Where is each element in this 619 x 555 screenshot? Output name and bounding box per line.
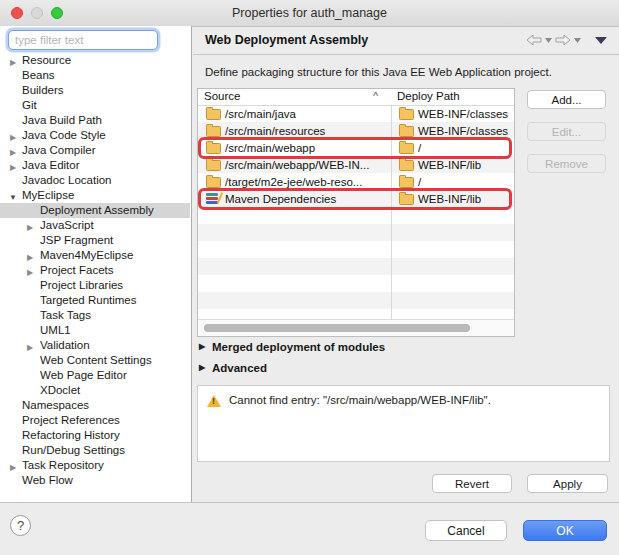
tree-item[interactable]: Web Flow xyxy=(0,473,190,488)
tree-item[interactable]: Maven4MyEclipse xyxy=(0,248,190,263)
table-row[interactable]: /src/main/webapp/WEB-IN... WEB-INF/lib xyxy=(198,156,514,173)
tree-item[interactable]: Git xyxy=(0,98,190,113)
expand-arrow-icon[interactable] xyxy=(9,188,21,203)
collapsed-arrow-icon[interactable]: ▶ xyxy=(199,363,205,372)
deploy-cell: WEB-INF/classes xyxy=(391,122,514,139)
tree-item[interactable]: Beans xyxy=(0,68,190,83)
tree-item[interactable]: Project Libraries xyxy=(0,278,190,293)
tree-item[interactable]: Resource xyxy=(0,53,190,68)
tree-item[interactable]: Task Repository xyxy=(0,458,190,473)
source-path: /src/main/webapp xyxy=(225,142,315,154)
page-description: Define packaging structure for this Java… xyxy=(205,66,552,78)
scrollbar-thumb[interactable] xyxy=(204,324,470,332)
tree-item-label: Task Tags xyxy=(40,309,91,321)
ok-button[interactable]: OK xyxy=(523,520,607,541)
expand-arrow-icon[interactable] xyxy=(9,53,21,68)
tree-item[interactable]: Javadoc Location xyxy=(0,173,190,188)
tree-item[interactable]: Namespaces xyxy=(0,398,190,413)
section-merged-deployment[interactable]: ▶ Merged deployment of modules xyxy=(199,341,385,353)
window-title: Properties for auth_manage xyxy=(0,0,619,26)
tree-item[interactable]: Java Build Path xyxy=(0,113,190,128)
table-row[interactable]: /src/main/java WEB-INF/classes xyxy=(198,105,514,122)
deploy-cell: WEB-INF/classes xyxy=(391,105,514,122)
tree-item[interactable]: Java Compiler xyxy=(0,143,190,158)
expand-arrow-icon[interactable] xyxy=(26,338,38,353)
tree-item-label: Java Build Path xyxy=(22,114,102,126)
tree-item[interactable]: Validation xyxy=(0,338,190,353)
tree-item[interactable]: Web Page Editor xyxy=(0,368,190,383)
back-arrow-icon[interactable] xyxy=(526,34,542,46)
tree-item[interactable]: Deployment Assembly xyxy=(0,203,190,218)
section-label: Merged deployment of modules xyxy=(212,341,385,353)
table-row[interactable]: /src/main/resources WEB-INF/classes xyxy=(198,122,514,139)
source-cell: /src/main/resources xyxy=(198,122,391,139)
tree-item[interactable]: MyEclipse xyxy=(0,188,190,203)
expand-arrow-icon[interactable] xyxy=(9,128,21,143)
apply-button[interactable]: Apply xyxy=(527,474,608,493)
tree-item-label: Project Libraries xyxy=(40,279,123,291)
revert-button[interactable]: Revert xyxy=(432,474,512,493)
tree-item-label: Task Repository xyxy=(22,459,104,471)
tree-item-label: Project References xyxy=(22,414,120,426)
tree-item[interactable]: Run/Debug Settings xyxy=(0,443,190,458)
expand-arrow-icon[interactable] xyxy=(9,158,21,173)
problems-panel: Cannot find entry: "/src/main/webapp/WEB… xyxy=(197,385,610,462)
tree-item[interactable]: JavaScript xyxy=(0,218,190,233)
add-button[interactable]: Add... xyxy=(527,90,606,109)
maven-dependencies-icon xyxy=(206,192,221,205)
tree-item[interactable]: Project References xyxy=(0,413,190,428)
source-path: /src/main/resources xyxy=(225,125,325,137)
folder-icon xyxy=(399,126,414,137)
column-header-deploy-path[interactable]: Deploy Path xyxy=(397,90,460,102)
tree-item[interactable]: UML1 xyxy=(0,323,190,338)
tree-item-label: Git xyxy=(22,99,37,111)
deploy-path: / xyxy=(418,176,421,188)
warning-icon xyxy=(207,395,221,407)
tree-item[interactable]: XDoclet xyxy=(0,383,190,398)
tree-item[interactable]: Builders xyxy=(0,83,190,98)
horizontal-scrollbar[interactable] xyxy=(198,319,514,336)
close-icon[interactable] xyxy=(11,7,23,19)
filter-input[interactable] xyxy=(8,30,158,50)
deploy-cell: / xyxy=(391,173,514,190)
column-header-source[interactable]: Source xyxy=(204,90,240,102)
expand-arrow-icon[interactable] xyxy=(9,143,21,158)
view-menu-icon[interactable] xyxy=(595,37,607,44)
source-path: /target/m2e-jee/web-reso... xyxy=(225,176,362,188)
history-nav xyxy=(526,34,607,46)
tree-item[interactable]: Refactoring History xyxy=(0,428,190,443)
expand-arrow-icon[interactable] xyxy=(26,248,38,263)
help-button[interactable]: ? xyxy=(10,515,31,536)
forward-arrow-icon[interactable] xyxy=(555,34,571,46)
back-dropdown-icon[interactable] xyxy=(545,38,552,43)
deploy-path: / xyxy=(418,142,421,154)
expand-arrow-icon[interactable] xyxy=(9,458,21,473)
tree-item[interactable]: Project Facets xyxy=(0,263,190,278)
tree-item-label: UML1 xyxy=(40,324,71,336)
section-advanced[interactable]: ▶ Advanced xyxy=(199,362,267,374)
tree-item[interactable]: Task Tags xyxy=(0,308,190,323)
tree-item[interactable]: Targeted Runtimes xyxy=(0,293,190,308)
tree-item[interactable]: Web Content Settings xyxy=(0,353,190,368)
deployment-assembly-table: Source ^ Deploy Path /src/main/java WEB-… xyxy=(197,88,515,337)
edit-button: Edit... xyxy=(527,122,606,141)
forward-dropdown-icon[interactable] xyxy=(574,38,581,43)
tree-item-label: Maven4MyEclipse xyxy=(40,249,133,261)
source-cell: Maven Dependencies xyxy=(198,190,391,207)
folder-icon xyxy=(399,143,414,154)
tree-item-label: Namespaces xyxy=(22,399,89,411)
table-row[interactable]: /src/main/webapp / xyxy=(198,139,514,156)
expand-arrow-icon[interactable] xyxy=(26,218,38,233)
folder-icon xyxy=(206,177,221,188)
table-row[interactable]: Maven Dependencies WEB-INF/lib xyxy=(198,190,514,207)
tree-item[interactable]: Java Code Style xyxy=(0,128,190,143)
tree-item-label: Java Compiler xyxy=(22,144,96,156)
deploy-path: WEB-INF/classes xyxy=(418,108,508,120)
tree-item[interactable]: Java Editor xyxy=(0,158,190,173)
collapsed-arrow-icon[interactable]: ▶ xyxy=(199,342,205,351)
tree-item[interactable]: JSP Fragment xyxy=(0,233,190,248)
expand-arrow-icon[interactable] xyxy=(26,263,38,278)
cancel-button[interactable]: Cancel xyxy=(425,520,507,541)
table-row[interactable]: /target/m2e-jee/web-reso... / xyxy=(198,173,514,190)
zoom-icon[interactable] xyxy=(51,7,63,19)
